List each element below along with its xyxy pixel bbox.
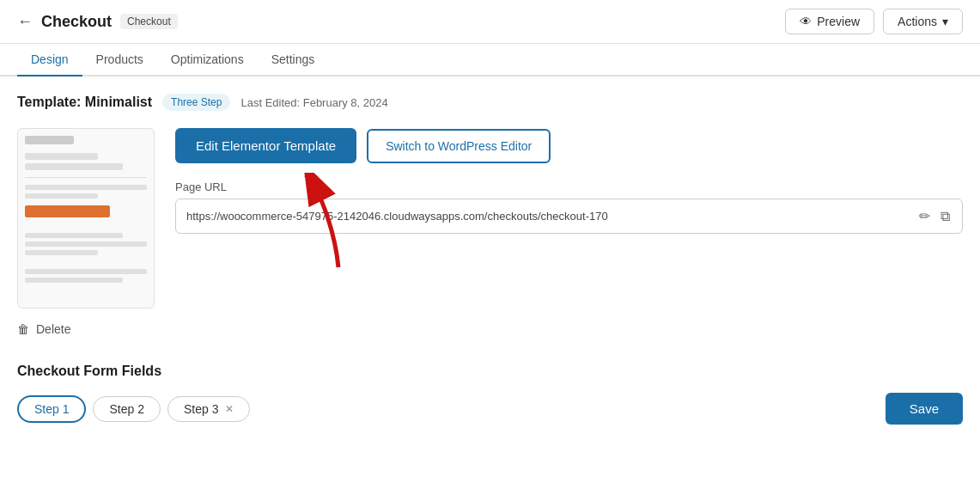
steps-row: Step 1 Step 2 Step 3 ✕ Save [17,393,963,425]
template-body: Edit Elementor Template Switch to WordPr… [17,128,963,309]
header: ← Checkout Checkout 👁 Preview Actions ▾ [0,0,980,44]
form-fields-section: Checkout Form Fields Step 1 Step 2 Step … [17,364,963,425]
step-2-button[interactable]: Step 2 [93,396,160,422]
url-box: https://woocommerce-547975-2142046.cloud… [175,199,963,234]
tab-settings[interactable]: Settings [258,44,329,76]
step-3-close-icon[interactable]: ✕ [225,403,234,415]
switch-wordpress-button[interactable]: Switch to WordPress Editor [367,129,551,163]
trash-icon: 🗑 [17,322,29,336]
page-title: Checkout [41,13,112,31]
eye-icon: 👁 [800,15,812,28]
form-fields-title: Checkout Form Fields [17,364,963,379]
url-section: Page URL https://woocommerce-547975-2142… [175,180,963,234]
template-header: Template: Minimalist Three Step Last Edi… [17,94,963,111]
actions-button[interactable]: Actions ▾ [883,9,963,34]
tab-design[interactable]: Design [17,44,82,76]
actions-label: Actions [898,15,937,28]
back-icon: ← [17,13,33,31]
pencil-icon: ✏ [919,209,930,223]
tab-optimizations[interactable]: Optimizations [157,44,258,76]
step-3-label: Step 3 [184,402,218,416]
tab-products[interactable]: Products [82,44,157,76]
delete-section[interactable]: 🗑 Delete [17,322,963,336]
url-label: Page URL [175,180,963,193]
copy-url-button[interactable]: ⧉ [939,207,952,226]
step-2-label: Step 2 [109,402,143,416]
three-step-badge: Three Step [162,94,230,111]
back-button[interactable]: ← [17,13,33,31]
template-label: Template: Minimalist [17,95,152,110]
step-1-button[interactable]: Step 1 [17,395,86,423]
template-actions: Edit Elementor Template Switch to WordPr… [175,128,963,234]
step-1-label: Step 1 [34,402,69,416]
header-right: 👁 Preview Actions ▾ [785,9,963,34]
edit-elementor-button[interactable]: Edit Elementor Template [175,128,356,163]
save-button[interactable]: Save [886,393,963,425]
step-3-button[interactable]: Step 3 ✕ [167,396,250,422]
main-content: Template: Minimalist Three Step Last Edi… [0,76,980,442]
checkout-badge: Checkout [120,14,178,29]
tabs-bar: Design Products Optimizations Settings [0,44,980,76]
copy-icon: ⧉ [940,209,950,223]
template-thumbnail [17,128,155,309]
edit-url-button[interactable]: ✏ [917,206,932,226]
delete-label: Delete [36,322,70,336]
preview-label: Preview [817,15,860,28]
url-value: https://woocommerce-547975-2142046.cloud… [186,210,910,223]
chevron-down-icon: ▾ [942,15,948,28]
last-edited-text: Last Edited: February 8, 2024 [240,96,387,109]
preview-button[interactable]: 👁 Preview [785,9,874,34]
buttons-row: Edit Elementor Template Switch to WordPr… [175,128,963,163]
header-left: ← Checkout Checkout [17,13,775,31]
